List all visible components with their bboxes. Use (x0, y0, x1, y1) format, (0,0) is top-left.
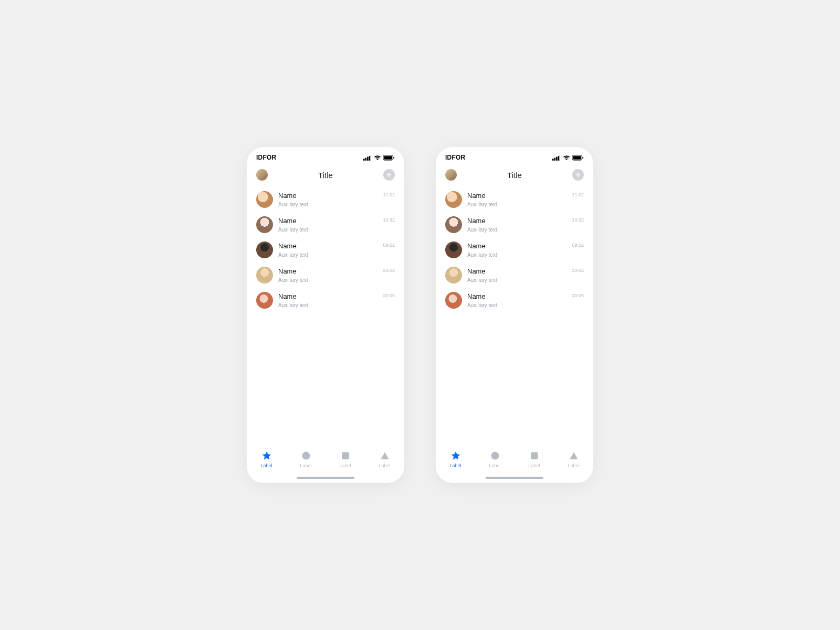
triangle-icon (380, 450, 390, 461)
star-icon (261, 450, 272, 461)
list-item[interactable]: NameAuxiliary text09:22 (445, 237, 584, 262)
nav-header: Title (247, 164, 404, 186)
list-item-time: 03-05 (383, 292, 395, 298)
svg-rect-14 (573, 156, 581, 159)
list-item-time: 11:02 (572, 191, 584, 197)
plus-icon (386, 171, 392, 179)
add-button[interactable] (383, 169, 395, 181)
avatar (445, 191, 462, 208)
svg-rect-10 (554, 158, 556, 160)
list-item-name: Name (467, 217, 566, 226)
battery-icon (383, 155, 395, 161)
list-item-time: 10:32 (572, 216, 584, 223)
list-item-aux: Auxiliary text (467, 252, 566, 258)
tab-item[interactable]: Label (326, 450, 365, 468)
list-item-texts: NameAuxiliary text (467, 292, 566, 308)
chat-list: NameAuxiliary text11:02NameAuxiliary tex… (247, 186, 404, 446)
list-item[interactable]: NameAuxiliary text11:02 (256, 187, 395, 212)
signal-icon (363, 155, 372, 161)
list-item-name: Name (467, 292, 566, 301)
svg-rect-6 (393, 156, 394, 159)
star-icon (450, 450, 461, 461)
tab-item[interactable]: Label (554, 450, 593, 468)
tab-label: Label (379, 463, 390, 468)
svg-rect-12 (558, 155, 560, 160)
list-item-texts: NameAuxiliary text (278, 242, 377, 258)
list-item-aux: Auxiliary text (278, 252, 377, 258)
svg-rect-17 (531, 452, 538, 459)
list-item-texts: NameAuxiliary text (278, 292, 377, 308)
svg-point-16 (491, 452, 499, 460)
tab-label: Label (300, 463, 311, 468)
list-item-name: Name (467, 192, 566, 201)
list-item[interactable]: NameAuxiliary text03-05 (445, 288, 584, 313)
svg-point-7 (302, 452, 310, 460)
list-item-name: Name (278, 192, 377, 201)
tab-item[interactable]: Label (514, 450, 554, 468)
list-item-texts: NameAuxiliary text (467, 242, 566, 258)
svg-rect-9 (552, 159, 554, 161)
list-item-texts: NameAuxiliary text (467, 217, 566, 233)
list-item-aux: Auxiliary text (278, 227, 377, 233)
list-item-aux: Auxiliary text (467, 227, 566, 233)
user-avatar[interactable] (445, 169, 457, 181)
avatar (445, 292, 462, 309)
list-item-time: 03-02 (383, 267, 395, 273)
list-item-aux: Auxiliary text (278, 302, 377, 308)
avatar (256, 267, 273, 284)
triangle-icon (569, 450, 579, 461)
carrier-label: IDFOR (256, 154, 276, 161)
list-item[interactable]: NameAuxiliary text09:22 (256, 237, 395, 262)
list-item-name: Name (467, 242, 566, 251)
tab-item[interactable]: Label (436, 450, 475, 468)
tab-label: Label (449, 463, 461, 468)
tab-item[interactable]: Label (475, 450, 514, 468)
tab-item[interactable]: Label (247, 450, 286, 468)
circle-icon (301, 450, 311, 461)
list-item-name: Name (278, 292, 377, 301)
avatar (256, 191, 273, 208)
list-item-aux: Auxiliary text (278, 202, 377, 207)
svg-rect-1 (365, 158, 367, 160)
svg-rect-0 (363, 159, 365, 161)
svg-rect-3 (369, 155, 371, 160)
svg-rect-5 (384, 156, 392, 159)
avatar (256, 216, 273, 233)
svg-rect-11 (556, 156, 558, 160)
carrier-label: IDFOR (445, 154, 465, 161)
page-title: Title (507, 171, 522, 180)
add-button[interactable] (572, 169, 584, 181)
wifi-icon (374, 155, 381, 161)
wifi-icon (563, 155, 570, 161)
tab-label: Label (260, 463, 272, 468)
list-item-texts: NameAuxiliary text (278, 192, 377, 207)
avatar (445, 242, 462, 258)
list-item[interactable]: NameAuxiliary text11:02 (445, 187, 584, 212)
list-item[interactable]: NameAuxiliary text03-02 (256, 262, 395, 288)
list-item-name: Name (278, 242, 377, 251)
tab-item[interactable]: Label (365, 450, 404, 468)
list-item[interactable]: NameAuxiliary text10:32 (445, 212, 584, 237)
list-item-time: 03-05 (572, 292, 584, 298)
list-item[interactable]: NameAuxiliary text03-02 (445, 262, 584, 288)
tab-label: Label (568, 463, 579, 468)
user-avatar[interactable] (256, 169, 268, 181)
list-item-time: 10:32 (383, 216, 395, 223)
tab-label: Label (528, 463, 540, 468)
chat-list: NameAuxiliary text11:02NameAuxiliary tex… (436, 186, 593, 446)
list-item-texts: NameAuxiliary text (278, 217, 377, 233)
circle-icon (490, 450, 500, 461)
list-item[interactable]: NameAuxiliary text03-05 (256, 288, 395, 313)
list-item-time: 11:02 (383, 191, 395, 197)
phone-frame: IDFOR Title NameAuxiliary text11:02NameA… (436, 147, 593, 483)
list-item-name: Name (278, 217, 377, 226)
avatar (445, 267, 462, 284)
home-indicator (486, 477, 543, 479)
page-title: Title (318, 171, 333, 180)
list-item-name: Name (467, 267, 566, 276)
tab-label: Label (489, 463, 500, 468)
tab-item[interactable]: Label (286, 450, 326, 468)
list-item[interactable]: NameAuxiliary text10:32 (256, 212, 395, 237)
list-item-time: 09:22 (572, 242, 584, 248)
list-item-name: Name (278, 267, 377, 276)
